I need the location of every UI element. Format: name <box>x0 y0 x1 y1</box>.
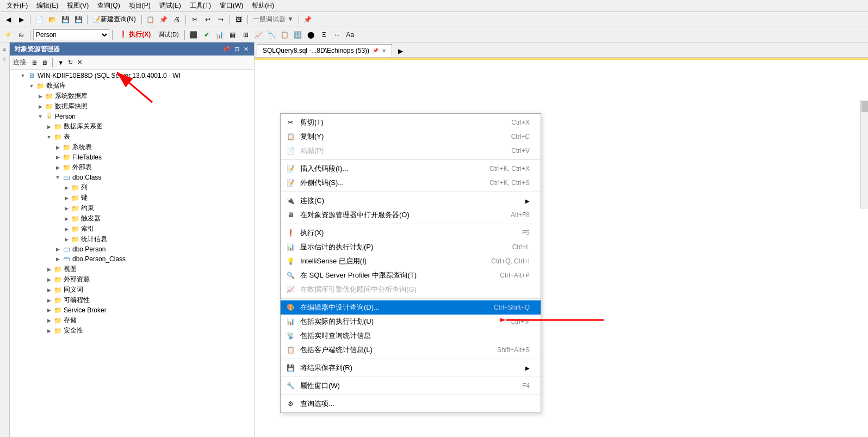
tree-external-tables[interactable]: ▶ 📁 外部表 <box>10 162 254 173</box>
back-btn[interactable]: ◀ <box>2 14 14 26</box>
check-btn[interactable]: ✔ <box>201 29 213 41</box>
expand-dbopersonclass[interactable]: ▶ <box>53 255 62 263</box>
redo-btn[interactable]: ↪ <box>215 14 227 26</box>
tree-external-resources[interactable]: ▶ 📁 外部资源 <box>10 274 254 285</box>
expand-databases[interactable]: ▼ <box>27 82 36 90</box>
paste-toolbar-btn[interactable]: 📌 <box>158 14 170 26</box>
add-tab-btn[interactable]: ▶ <box>394 45 406 57</box>
debug-btn[interactable]: 调试(D) <box>156 29 181 41</box>
toolbar-misc1[interactable]: 📈 <box>253 29 265 41</box>
side-btn-2[interactable]: ≡ <box>1 54 9 63</box>
ctx-client-stats[interactable]: 📋 包括客户端统计信息(L) Shift+Alt+S <box>281 343 541 357</box>
tree-databases-folder[interactable]: ▼ 📁 数据库 <box>10 81 254 91</box>
expand-dboperson[interactable]: ▶ <box>53 245 62 254</box>
expand-snapshot[interactable]: ▶ <box>36 102 45 111</box>
tree-indexes[interactable]: ▶ 📁 索引 <box>10 224 254 234</box>
toolbar-misc3[interactable]: 📋 <box>279 29 291 41</box>
expand-security[interactable]: ▶ <box>45 327 53 335</box>
expand-constraints[interactable]: ▶ <box>62 204 71 213</box>
expand-indexes[interactable]: ▶ <box>62 225 71 233</box>
conn-btn-1[interactable]: 🖥 <box>30 59 38 66</box>
ctx-save-results[interactable]: 💾 将结果保存到(R) ▶ <box>281 361 541 375</box>
ctx-profiler[interactable]: 🔍 在 SQL Server Profiler 中跟踪查询(T) Ctrl+Al… <box>281 268 541 282</box>
tree-storage[interactable]: ▶ 📁 存储 <box>10 315 254 325</box>
new-btn[interactable]: 📄 <box>33 14 45 26</box>
menu-tools[interactable]: 工具(T) <box>185 0 215 11</box>
save-all-btn[interactable]: 💾 <box>72 14 84 26</box>
ctx-design-query[interactable]: 🎨 在编辑器中设计查询(D)... Ctrl+Shift+Q <box>281 300 541 315</box>
ctx-query-options[interactable]: ⚙ 查询选项... <box>281 397 541 411</box>
menu-window[interactable]: 窗口(W) <box>215 0 247 11</box>
toolbar-misc5[interactable]: ⬤ <box>305 29 317 41</box>
menu-edit[interactable]: 编辑(E) <box>32 0 63 11</box>
print-btn[interactable]: 🖨 <box>171 14 183 26</box>
tree-db-snapshot[interactable]: ▶ 📁 数据库快照 <box>10 101 254 112</box>
cut-toolbar-btn[interactable]: ✂ <box>189 14 201 26</box>
tree-server[interactable]: ▼ 🖥 WIN-KDIIF10E88D (SQL Server 13.0.400… <box>10 71 254 81</box>
tab-pin-icon[interactable]: 📌 <box>373 48 379 53</box>
menu-help[interactable]: 帮助(H) <box>247 0 278 11</box>
save-btn[interactable]: 💾 <box>59 14 71 26</box>
expand-dboclass[interactable]: ▼ <box>53 173 62 182</box>
new-query-btn[interactable]: 📝 新建查询(N) <box>90 14 139 26</box>
panel-expand-btn[interactable]: ⊡ <box>233 46 240 53</box>
results-btn[interactable]: 📊 <box>214 29 226 41</box>
expand-filetables[interactable]: ▶ <box>53 153 62 162</box>
copy-toolbar-btn[interactable]: 📋 <box>145 14 157 26</box>
ctx-paste[interactable]: 📄 粘贴(P) Ctrl+V <box>281 144 541 158</box>
ctx-actual-plan[interactable]: 📊 包括实际的执行计划(U) Ctrl+M <box>281 315 541 329</box>
ctx-live-stats[interactable]: 📡 包括实时查询统计信息 <box>281 329 541 343</box>
filter-btn[interactable]: ▼ <box>57 59 65 66</box>
grid-btn[interactable]: ▦ <box>227 29 239 41</box>
execute-button[interactable]: ❗ 执行(X) <box>115 28 154 41</box>
toolbar-misc7[interactable]: ↔ <box>331 29 343 41</box>
expand-triggers[interactable]: ▶ <box>62 214 71 223</box>
expand-server[interactable]: ▼ <box>18 71 27 80</box>
connect-btn[interactable]: ⚡ <box>2 29 14 41</box>
expand-systables[interactable]: ▶ <box>53 143 62 152</box>
database-selector[interactable]: Person <box>33 29 109 40</box>
expand-stats[interactable]: ▶ <box>62 235 71 244</box>
toolbar-misc4[interactable]: 🔢 <box>292 29 304 41</box>
ctx-connect[interactable]: 🔌 连接(C) ▶ <box>281 194 541 208</box>
expand-synonyms[interactable]: ▶ <box>45 286 53 294</box>
toolbar-misc8[interactable]: Aa <box>344 29 356 41</box>
tree-dbo-person[interactable]: ▶ 🗃 dbo.Person <box>10 244 254 254</box>
expand-prog[interactable]: ▶ <box>45 296 53 305</box>
ctx-surround[interactable]: 📝 外侧代码(S)... Ctrl+K, Ctrl+S <box>281 176 541 190</box>
ctx-properties[interactable]: 🔧 屬性窗口(W) F4 <box>281 379 541 393</box>
ctx-show-plan[interactable]: 📊 显示估计的执行计划(P) Ctrl+L <box>281 240 541 254</box>
ctx-execute[interactable]: ❗ 执行(X) F5 <box>281 226 541 240</box>
expand-extres[interactable]: ▶ <box>45 275 53 284</box>
cols-btn[interactable]: ⊞ <box>240 29 252 41</box>
expand-person[interactable]: ▼ <box>36 112 45 121</box>
stop-btn[interactable]: ⬛ <box>188 29 200 41</box>
menu-debug[interactable]: 调试(E) <box>155 0 185 11</box>
tree-dbo-class[interactable]: ▼ 🗃 dbo.Class <box>10 173 254 182</box>
img-btn[interactable]: 🖼 <box>233 14 245 26</box>
tree-columns[interactable]: ▶ 📁 列 <box>10 182 254 193</box>
tree-programmability[interactable]: ▶ 📁 可编程性 <box>10 295 254 305</box>
side-btn-1[interactable]: ≡ <box>1 45 9 53</box>
toolbar-misc6[interactable]: Ξ <box>318 29 330 41</box>
ctx-insert-snippet[interactable]: 📝 插入代码段(I)... Ctrl+K, Ctrl+X <box>281 162 541 176</box>
menu-file[interactable]: 文件(F) <box>2 0 32 11</box>
tree-filetables[interactable]: ▶ 📁 FileTables <box>10 152 254 162</box>
tree-dbo-person-class[interactable]: ▶ 🗃 dbo.Person_Class <box>10 254 254 264</box>
expand-external[interactable]: ▶ <box>53 163 62 172</box>
tree-service-broker[interactable]: ▶ 📁 Service Broker <box>10 305 254 315</box>
menu-view[interactable]: 视图(V) <box>63 0 93 11</box>
expand-diagrams[interactable]: ▶ <box>45 122 53 131</box>
tab-close-btn[interactable]: ✕ <box>382 48 386 54</box>
tree-keys[interactable]: ▶ 📁 键 <box>10 193 254 203</box>
query-tab[interactable]: SQLQuery8.sql -...8D\Echinops (53)) 📌 ✕ <box>257 44 392 57</box>
ctx-cut[interactable]: ✂ 剪切(T) Ctrl+X <box>281 115 541 130</box>
tree-person-db[interactable]: ▼ 🗄 Person <box>10 112 254 121</box>
expand-tables[interactable]: ▼ <box>45 133 53 141</box>
toolbar-btn2[interactable]: 🗂 <box>15 29 27 41</box>
conn-btn-2[interactable]: 🖥 <box>40 59 48 66</box>
toolbar-misc2[interactable]: 📉 <box>266 29 278 41</box>
ctx-intellisense[interactable]: 💡 IntelliSense 已启用(I) Ctrl+Q, Ctrl+I <box>281 254 541 268</box>
tree-statistics[interactable]: ▶ 📁 统计信息 <box>10 234 254 244</box>
tree-system-db[interactable]: ▶ 📁 系统数据库 <box>10 91 254 101</box>
